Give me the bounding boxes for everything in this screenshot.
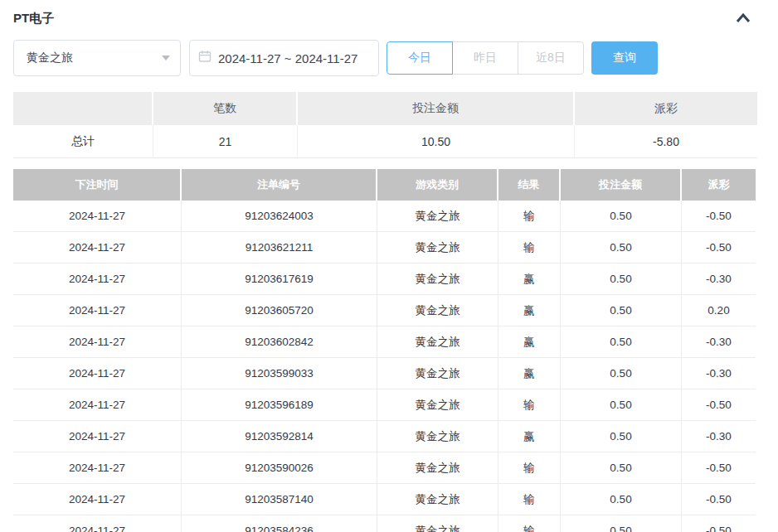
panel-header: PT电子	[13, 0, 778, 33]
cell-game-type: 黄金之旅	[377, 389, 498, 421]
cell-bet-amount: 0.50	[561, 484, 682, 515]
collapse-panel-button[interactable]	[733, 10, 753, 27]
records-header-game-type: 游戏类别	[377, 169, 498, 201]
summary-header-count: 笔数	[153, 92, 298, 125]
cell-bet-amount: 0.50	[561, 264, 682, 295]
query-button[interactable]: 查询	[591, 41, 658, 75]
cell-payout: -0.30	[682, 264, 756, 295]
game-select[interactable]: 黄金之旅	[13, 40, 181, 76]
game-select-value: 黄金之旅	[27, 51, 73, 65]
summary-total-count: 21	[153, 125, 298, 158]
table-row: 2024-11-2791203617619黄金之旅赢0.50-0.30	[13, 264, 756, 295]
cell-order-no: 91203605720	[182, 295, 377, 326]
cell-result: 赢	[498, 295, 561, 326]
cell-bet-amount: 0.50	[561, 358, 682, 389]
cell-order-no: 91203602842	[182, 326, 377, 358]
cell-game-type: 黄金之旅	[377, 421, 498, 452]
table-row: 2024-11-2791203621211黄金之旅输0.50-0.50	[13, 232, 756, 264]
summary-total-row: 总计 21 10.50 -5.80	[13, 125, 757, 158]
cell-result: 输	[498, 389, 561, 421]
calendar-icon	[198, 50, 212, 66]
cell-payout: -0.30	[682, 358, 756, 389]
table-row: 2024-11-2791203602842黄金之旅赢0.50-0.30	[13, 326, 756, 358]
cell-game-type: 黄金之旅	[377, 232, 498, 264]
cell-bet-amount: 0.50	[561, 326, 682, 358]
quick-range-group: 今日昨日近8日	[387, 41, 584, 75]
date-range-input[interactable]: 2024-11-27 ~ 2024-11-27	[189, 40, 379, 76]
cell-order-no: 91203592814	[182, 421, 377, 452]
pt-electronic-panel: PT电子 黄金之旅 2024-11-27 ~ 2024-1	[0, 0, 778, 532]
table-row: 2024-11-2791203584236黄金之旅输0.50-0.50	[13, 515, 756, 532]
cell-bet-time: 2024-11-27	[13, 421, 182, 452]
cell-result: 输	[498, 452, 561, 484]
quick-range-button-今日[interactable]: 今日	[387, 41, 453, 75]
cell-bet-time: 2024-11-27	[13, 232, 182, 264]
summary-total-bet-amount: 10.50	[298, 125, 575, 158]
summary-header-bet-amount: 投注金额	[298, 92, 575, 125]
cell-game-type: 黄金之旅	[377, 326, 498, 358]
table-row: 2024-11-2791203599033黄金之旅赢0.50-0.30	[13, 358, 756, 389]
cell-order-no: 91203584236	[182, 515, 377, 532]
cell-bet-amount: 0.50	[561, 515, 682, 532]
records-header-bet-time: 下注时间	[13, 169, 182, 201]
cell-payout: -0.50	[682, 201, 756, 232]
cell-result: 输	[498, 484, 561, 515]
cell-payout: -0.50	[682, 452, 756, 484]
cell-result: 赢	[498, 421, 561, 452]
table-row: 2024-11-2791203596189黄金之旅输0.50-0.50	[13, 389, 756, 421]
cell-bet-amount: 0.50	[561, 232, 682, 264]
records-header-bet-amount: 投注金额	[561, 169, 682, 201]
cell-payout: -0.50	[682, 232, 756, 264]
quick-range-button-近8日[interactable]: 近8日	[518, 41, 584, 75]
table-row: 2024-11-2791203624003黄金之旅输0.50-0.50	[13, 201, 756, 232]
cell-payout: -0.30	[682, 421, 756, 452]
cell-bet-time: 2024-11-27	[13, 389, 182, 421]
cell-bet-time: 2024-11-27	[13, 201, 182, 232]
cell-result: 输	[498, 201, 561, 232]
cell-payout: -0.30	[682, 326, 756, 358]
cell-result: 输	[498, 515, 561, 532]
cell-bet-amount: 0.50	[561, 452, 682, 484]
cell-bet-time: 2024-11-27	[13, 358, 182, 389]
cell-game-type: 黄金之旅	[377, 358, 498, 389]
records-table: 下注时间 注单编号 游戏类别 结果 投注金额 派彩 2024-11-279120…	[13, 169, 756, 532]
summary-header-payout: 派彩	[575, 92, 757, 125]
cell-result: 赢	[498, 358, 561, 389]
cell-bet-amount: 0.50	[561, 201, 682, 232]
records-header-payout: 派彩	[682, 169, 756, 201]
summary-table: 笔数 投注金额 派彩 总计 21 10.50 -5.80	[13, 92, 757, 158]
cell-bet-time: 2024-11-27	[13, 484, 182, 515]
cell-order-no: 91203624003	[182, 201, 377, 232]
cell-bet-time: 2024-11-27	[13, 452, 182, 484]
cell-payout: 0.20	[682, 295, 756, 326]
table-row: 2024-11-2791203587140黄金之旅输0.50-0.50	[13, 484, 756, 515]
cell-game-type: 黄金之旅	[377, 295, 498, 326]
caret-down-icon	[162, 56, 170, 60]
cell-order-no: 91203621211	[182, 232, 377, 264]
cell-game-type: 黄金之旅	[377, 201, 498, 232]
summary-total-payout: -5.80	[575, 125, 757, 158]
summary-total-label: 总计	[13, 125, 153, 158]
quick-range-button-昨日[interactable]: 昨日	[452, 41, 518, 75]
cell-order-no: 91203590026	[182, 452, 377, 484]
table-row: 2024-11-2791203590026黄金之旅输0.50-0.50	[13, 452, 756, 484]
cell-game-type: 黄金之旅	[377, 515, 498, 532]
cell-order-no: 91203599033	[182, 358, 377, 389]
cell-game-type: 黄金之旅	[377, 452, 498, 484]
date-range-value: 2024-11-27 ~ 2024-11-27	[218, 51, 357, 65]
cell-game-type: 黄金之旅	[377, 264, 498, 295]
cell-result: 输	[498, 232, 561, 264]
cell-order-no: 91203617619	[182, 264, 377, 295]
cell-payout: -0.50	[682, 389, 756, 421]
cell-bet-time: 2024-11-27	[13, 264, 182, 295]
table-row: 2024-11-2791203592814黄金之旅赢0.50-0.30	[13, 421, 756, 452]
records-header-row: 下注时间 注单编号 游戏类别 结果 投注金额 派彩	[13, 169, 756, 201]
cell-order-no: 91203587140	[182, 484, 377, 515]
summary-header-blank	[13, 92, 153, 125]
records-header-order-no: 注单编号	[182, 169, 377, 201]
cell-payout: -0.50	[682, 484, 756, 515]
cell-bet-time: 2024-11-27	[13, 295, 182, 326]
cell-bet-time: 2024-11-27	[13, 515, 182, 532]
cell-result: 赢	[498, 326, 561, 358]
table-row: 2024-11-2791203605720黄金之旅赢0.500.20	[13, 295, 756, 326]
